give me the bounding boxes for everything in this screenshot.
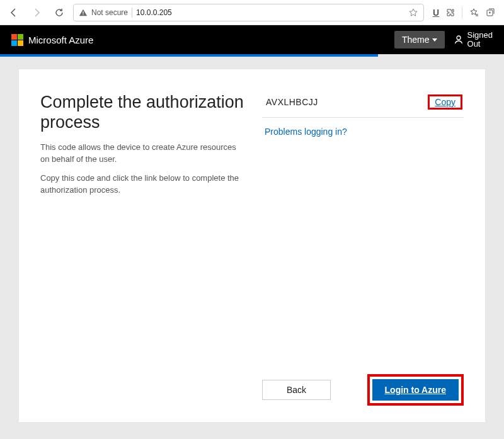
copy-link[interactable]: Copy (430, 94, 461, 110)
device-code: AVXLHBCJJ (266, 97, 318, 107)
chevron-down-icon (432, 38, 437, 42)
url-text: 10.0.0.205 (136, 8, 172, 17)
code-row: AVXLHBCJJ Copy (262, 92, 464, 118)
description-2: Copy this code and click the link below … (40, 173, 244, 197)
back-nav-icon[interactable] (5, 4, 23, 21)
favorite-icon[interactable] (408, 8, 418, 18)
azure-header: Microsoft Azure Theme Signed Out (0, 25, 504, 54)
page-body: Microsoft Azure Theme Signed Out Complet… (0, 25, 504, 439)
back-button[interactable]: Back (262, 380, 331, 400)
user-status[interactable]: Signed Out (454, 31, 493, 49)
refresh-icon[interactable] (50, 4, 68, 21)
browser-toolbar: Not secure 10.0.0.205 U (0, 0, 504, 25)
collections-icon[interactable] (485, 8, 495, 18)
addr-separator (132, 8, 132, 18)
svg-rect-0 (83, 11, 83, 14)
signin-line1: Signed (467, 31, 493, 40)
content-card: Complete the authorization process This … (19, 69, 485, 422)
warning-icon (79, 8, 88, 17)
left-column: Complete the authorization process This … (40, 92, 244, 406)
azure-brand[interactable]: Microsoft Azure (11, 34, 93, 46)
login-to-azure-button[interactable]: Login to Azure (372, 379, 459, 401)
svg-rect-1 (83, 14, 83, 14)
forward-nav-icon[interactable] (28, 4, 45, 21)
ext-separator (462, 7, 462, 18)
theme-label: Theme (402, 35, 430, 45)
favorites-list-icon[interactable] (469, 8, 479, 18)
footer-row: Back Login to Azure (262, 374, 464, 406)
ext-icon-1[interactable]: U (433, 8, 439, 18)
brand-text: Microsoft Azure (28, 35, 93, 45)
person-icon (454, 35, 464, 45)
browser-extensions: U (429, 7, 499, 18)
login-highlight: Login to Azure (367, 374, 464, 406)
right-column: AVXLHBCJJ Copy Problems logging in? Back… (262, 92, 464, 406)
address-bar[interactable]: Not secure 10.0.0.205 (73, 4, 424, 21)
ext-icon-puzzle[interactable] (445, 8, 455, 18)
problems-link[interactable]: Problems logging in? (262, 118, 464, 145)
signin-line2: Out (467, 40, 493, 48)
loading-progress (0, 54, 504, 57)
description-1: This code allows the device to create Az… (40, 142, 244, 166)
svg-point-3 (457, 36, 461, 40)
page-title: Complete the authorization process (40, 92, 244, 133)
microsoft-logo-icon (11, 34, 23, 46)
security-label: Not secure (91, 8, 128, 17)
copy-highlight: Copy (428, 94, 462, 110)
theme-dropdown[interactable]: Theme (394, 31, 445, 48)
